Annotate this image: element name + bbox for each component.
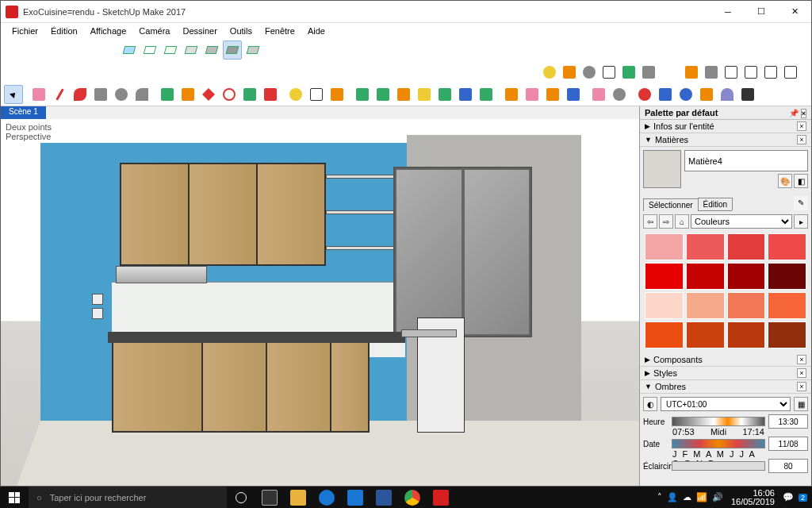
default-material-button[interactable]: ◧ <box>794 174 808 188</box>
scene-tab-1[interactable]: Scène 1 <box>1 106 46 119</box>
pushpull-button[interactable] <box>158 85 177 104</box>
solid-trim-button[interactable] <box>761 63 780 82</box>
component-3[interactable] <box>543 85 562 104</box>
tape-button[interactable] <box>286 85 305 104</box>
menu-help[interactable]: Aide <box>301 25 331 37</box>
component-1[interactable] <box>502 85 521 104</box>
timezone-select[interactable]: UTC+01:00 <box>661 397 791 411</box>
store-icon[interactable] <box>341 487 370 508</box>
style-wire-btn[interactable] <box>140 40 159 60</box>
line-button[interactable] <box>50 85 69 104</box>
entity-info-panel[interactable]: ▶Infos sur l'entité× <box>640 120 811 133</box>
hour-slider[interactable]: 07:53Midi17:14 <box>672 417 765 426</box>
3d-viewport[interactable]: Deux points Perspective <box>1 119 639 486</box>
sandbox-7[interactable] <box>477 85 496 104</box>
solid-intersect-button[interactable] <box>702 63 721 82</box>
color-swatch[interactable] <box>686 292 725 319</box>
shadow-toggle[interactable]: ◐ <box>643 397 657 411</box>
zoom-ext-button[interactable] <box>697 85 716 104</box>
paint-button[interactable] <box>327 85 347 104</box>
start-button[interactable] <box>0 487 29 508</box>
axes-button[interactable] <box>619 63 638 82</box>
zoom-button[interactable] <box>610 85 629 104</box>
color-swatch[interactable] <box>686 321 725 348</box>
sandbox-1[interactable] <box>353 85 372 104</box>
menu-tools[interactable]: Outils <box>224 25 259 37</box>
component-4[interactable] <box>564 85 583 104</box>
color-swatch[interactable] <box>727 263 766 290</box>
minimize-button[interactable]: ─ <box>711 1 745 23</box>
components-panel[interactable]: ▶Composants× <box>640 353 811 367</box>
people-icon[interactable]: 👤 <box>667 492 678 502</box>
arc-button[interactable] <box>132 85 151 104</box>
color-swatch[interactable] <box>686 263 725 290</box>
word-icon[interactable] <box>370 487 398 508</box>
look-button[interactable] <box>718 85 737 104</box>
move-button[interactable] <box>199 85 218 104</box>
color-swatch[interactable] <box>645 233 684 260</box>
color-swatch[interactable] <box>727 233 766 260</box>
forward-button[interactable]: ⇨ <box>659 214 673 229</box>
edit-tab[interactable]: Édition <box>698 198 733 210</box>
color-swatch[interactable] <box>645 321 684 348</box>
tray-close[interactable]: × <box>801 109 806 118</box>
notifications-icon[interactable]: 💬 <box>783 492 794 502</box>
color-swatch[interactable] <box>686 233 725 260</box>
style-tex-btn[interactable] <box>202 40 221 60</box>
light-slider[interactable] <box>672 461 765 471</box>
style-mono-btn[interactable] <box>223 40 242 60</box>
explorer-icon[interactable] <box>284 487 312 508</box>
sandbox-5[interactable] <box>435 85 454 104</box>
eraser-button[interactable] <box>29 85 48 104</box>
sandbox-2[interactable] <box>373 85 393 104</box>
circle-button[interactable] <box>112 85 131 104</box>
text-button[interactable] <box>599 63 619 82</box>
color-swatch[interactable] <box>768 321 806 348</box>
materials-panel-header[interactable]: ▼Matières× <box>640 133 811 147</box>
edge-icon[interactable] <box>312 487 341 508</box>
walk-button[interactable] <box>738 85 757 104</box>
solid-subtract-button[interactable] <box>741 63 760 82</box>
pan-button[interactable] <box>656 85 675 104</box>
solid-split-button[interactable] <box>781 63 800 82</box>
color-swatch[interactable] <box>727 292 766 319</box>
protractor-button[interactable] <box>580 63 599 82</box>
label-button[interactable] <box>307 85 326 104</box>
close-button[interactable]: ✕ <box>778 1 811 23</box>
orbit-button[interactable] <box>635 85 654 104</box>
create-material-button[interactable]: 🎨 <box>778 174 792 188</box>
menu-edit[interactable]: Édition <box>44 25 84 37</box>
color-swatch[interactable] <box>768 292 806 319</box>
tray-chevron[interactable]: ˄ <box>657 492 662 502</box>
sandbox-3[interactable] <box>394 85 413 104</box>
taskbar-search[interactable]: ○ Taper ici pour rechercher <box>29 487 227 508</box>
hour-input[interactable] <box>768 414 808 429</box>
style-face-btn[interactable] <box>120 40 139 60</box>
chrome-icon[interactable] <box>398 487 427 508</box>
home-button[interactable]: ⌂ <box>675 214 689 229</box>
style-hidden-btn[interactable] <box>161 40 180 60</box>
color-swatch[interactable] <box>645 292 684 319</box>
scale-button[interactable] <box>240 85 259 104</box>
onedrive-icon[interactable]: ☁ <box>683 492 691 502</box>
component-2[interactable] <box>523 85 542 104</box>
shadow-detail[interactable]: ▦ <box>794 397 808 411</box>
color-swatch[interactable] <box>768 233 806 260</box>
menu-view[interactable]: Affichage <box>84 25 133 37</box>
maximize-button[interactable]: ☐ <box>745 1 778 23</box>
rotate-button[interactable] <box>220 85 239 104</box>
person-button[interactable] <box>589 85 608 104</box>
back-button[interactable]: ⇦ <box>643 214 657 229</box>
offset-button[interactable] <box>261 85 280 104</box>
volume-icon[interactable]: 🔊 <box>712 492 723 502</box>
material-name-input[interactable] <box>684 150 808 171</box>
date-input[interactable] <box>768 437 808 451</box>
taskview-icon[interactable] <box>255 487 284 508</box>
color-swatch[interactable] <box>645 263 684 290</box>
sketchup-icon[interactable] <box>427 487 455 508</box>
solid-outer-button[interactable] <box>682 63 701 82</box>
light-input[interactable] <box>768 459 808 473</box>
collection-select[interactable]: Couleurs <box>691 214 792 229</box>
menu-file[interactable]: Fichier <box>6 25 44 37</box>
wifi-icon[interactable]: 📶 <box>696 492 707 502</box>
